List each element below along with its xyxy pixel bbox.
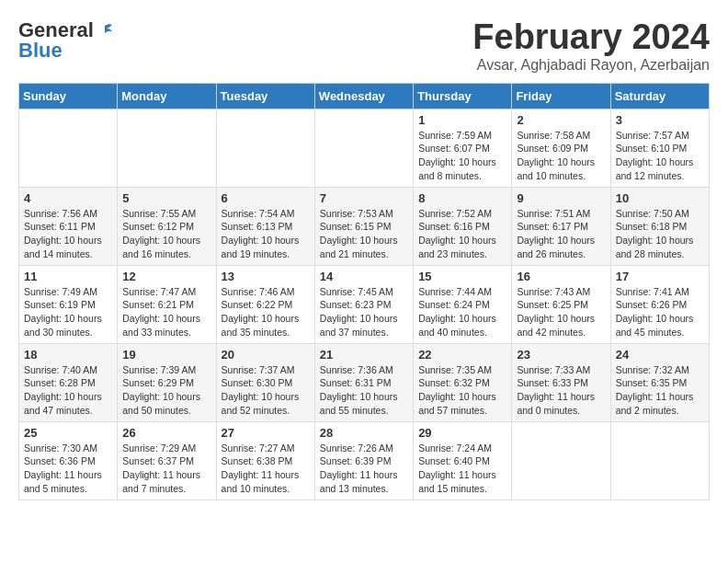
calendar-cell (19, 109, 118, 187)
calendar-cell: 24Sunrise: 7:32 AM Sunset: 6:35 PM Dayli… (610, 343, 709, 421)
logo-blue: Blue (18, 39, 63, 63)
calendar-cell: 18Sunrise: 7:40 AM Sunset: 6:28 PM Dayli… (19, 343, 118, 421)
column-header-friday: Friday (512, 83, 610, 109)
calendar-cell: 6Sunrise: 7:54 AM Sunset: 6:13 PM Daylig… (216, 187, 314, 265)
calendar-cell (512, 421, 610, 500)
day-info: Sunrise: 7:39 AM Sunset: 6:29 PM Dayligh… (122, 363, 210, 418)
day-info: Sunrise: 7:49 AM Sunset: 6:19 PM Dayligh… (24, 285, 112, 339)
calendar-cell: 28Sunrise: 7:26 AM Sunset: 6:39 PM Dayli… (314, 421, 413, 500)
day-number: 4 (24, 191, 112, 205)
calendar-cell (118, 109, 216, 187)
day-number: 7 (320, 191, 408, 205)
day-number: 9 (517, 191, 605, 205)
column-header-thursday: Thursday (414, 83, 512, 109)
day-info: Sunrise: 7:47 AM Sunset: 6:21 PM Dayligh… (122, 285, 210, 339)
day-info: Sunrise: 7:36 AM Sunset: 6:31 PM Dayligh… (320, 363, 408, 418)
calendar-subtitle: Avsar, Aghjabadi Rayon, Azerbaijan (472, 57, 710, 74)
day-number: 18 (24, 348, 112, 362)
calendar-cell: 2Sunrise: 7:58 AM Sunset: 6:09 PM Daylig… (512, 109, 610, 187)
day-info: Sunrise: 7:33 AM Sunset: 6:33 PM Dayligh… (517, 363, 605, 418)
day-number: 15 (418, 270, 506, 283)
calendar-cell: 19Sunrise: 7:39 AM Sunset: 6:29 PM Dayli… (118, 343, 216, 421)
calendar-week-3: 11Sunrise: 7:49 AM Sunset: 6:19 PM Dayli… (19, 265, 710, 343)
calendar-cell (314, 109, 413, 187)
calendar-body: 1Sunrise: 7:59 AM Sunset: 6:07 PM Daylig… (19, 109, 710, 500)
day-number: 26 (122, 426, 210, 440)
calendar-week-1: 1Sunrise: 7:59 AM Sunset: 6:07 PM Daylig… (19, 109, 710, 187)
calendar-cell: 12Sunrise: 7:47 AM Sunset: 6:21 PM Dayli… (118, 265, 216, 343)
day-number: 28 (320, 426, 408, 440)
calendar-cell: 13Sunrise: 7:46 AM Sunset: 6:22 PM Dayli… (216, 265, 314, 343)
calendar-table: SundayMondayTuesdayWednesdayThursdayFrid… (18, 83, 710, 500)
day-info: Sunrise: 7:50 AM Sunset: 6:18 PM Dayligh… (616, 207, 704, 261)
day-number: 25 (24, 426, 112, 440)
calendar-cell: 20Sunrise: 7:37 AM Sunset: 6:30 PM Dayli… (216, 343, 314, 421)
day-info: Sunrise: 7:24 AM Sunset: 6:40 PM Dayligh… (418, 442, 506, 496)
calendar-cell: 5Sunrise: 7:55 AM Sunset: 6:12 PM Daylig… (118, 187, 216, 265)
day-info: Sunrise: 7:44 AM Sunset: 6:24 PM Dayligh… (418, 285, 506, 339)
day-info: Sunrise: 7:26 AM Sunset: 6:39 PM Dayligh… (320, 442, 408, 496)
day-info: Sunrise: 7:54 AM Sunset: 6:13 PM Dayligh… (222, 207, 310, 261)
day-info: Sunrise: 7:55 AM Sunset: 6:12 PM Dayligh… (122, 207, 210, 261)
calendar-cell (610, 421, 709, 500)
day-number: 2 (517, 113, 605, 127)
calendar-cell (216, 109, 314, 187)
day-info: Sunrise: 7:52 AM Sunset: 6:16 PM Dayligh… (418, 207, 506, 261)
day-number: 24 (616, 348, 704, 362)
day-number: 29 (418, 426, 506, 440)
calendar-cell: 14Sunrise: 7:45 AM Sunset: 6:23 PM Dayli… (314, 265, 413, 343)
day-info: Sunrise: 7:35 AM Sunset: 6:32 PM Dayligh… (418, 363, 506, 418)
day-info: Sunrise: 7:27 AM Sunset: 6:38 PM Dayligh… (222, 442, 310, 496)
day-number: 6 (222, 191, 310, 205)
calendar-week-5: 25Sunrise: 7:30 AM Sunset: 6:36 PM Dayli… (19, 421, 710, 500)
day-info: Sunrise: 7:45 AM Sunset: 6:23 PM Dayligh… (320, 285, 408, 339)
title-area: February 2024 Avsar, Aghjabadi Rayon, Az… (472, 18, 710, 74)
logo: General Blue (18, 18, 114, 63)
calendar-cell: 3Sunrise: 7:57 AM Sunset: 6:10 PM Daylig… (610, 109, 709, 187)
calendar-cell: 15Sunrise: 7:44 AM Sunset: 6:24 PM Dayli… (414, 265, 512, 343)
day-number: 19 (122, 348, 210, 362)
column-header-wednesday: Wednesday (314, 83, 413, 109)
page-header: General Blue February 2024 Avsar, Aghjab… (18, 18, 710, 74)
day-number: 1 (418, 113, 506, 127)
calendar-cell: 11Sunrise: 7:49 AM Sunset: 6:19 PM Dayli… (19, 265, 118, 343)
column-header-tuesday: Tuesday (216, 83, 314, 109)
calendar-cell: 26Sunrise: 7:29 AM Sunset: 6:37 PM Dayli… (118, 421, 216, 500)
calendar-cell: 25Sunrise: 7:30 AM Sunset: 6:36 PM Dayli… (19, 421, 118, 500)
day-info: Sunrise: 7:29 AM Sunset: 6:37 PM Dayligh… (122, 442, 210, 496)
calendar-cell: 22Sunrise: 7:35 AM Sunset: 6:32 PM Dayli… (414, 343, 512, 421)
day-number: 5 (122, 191, 210, 205)
day-number: 8 (418, 191, 506, 205)
calendar-cell: 7Sunrise: 7:53 AM Sunset: 6:15 PM Daylig… (314, 187, 413, 265)
day-number: 13 (222, 270, 310, 283)
day-info: Sunrise: 7:32 AM Sunset: 6:35 PM Dayligh… (616, 363, 704, 418)
day-number: 12 (122, 270, 210, 283)
calendar-title: February 2024 (472, 18, 710, 57)
day-info: Sunrise: 7:40 AM Sunset: 6:28 PM Dayligh… (24, 363, 112, 418)
logo-bird-icon (96, 21, 114, 40)
day-number: 23 (517, 348, 605, 362)
calendar-cell: 21Sunrise: 7:36 AM Sunset: 6:31 PM Dayli… (314, 343, 413, 421)
calendar-header-row: SundayMondayTuesdayWednesdayThursdayFrid… (19, 83, 710, 109)
calendar-cell: 23Sunrise: 7:33 AM Sunset: 6:33 PM Dayli… (512, 343, 610, 421)
day-number: 21 (320, 348, 408, 362)
day-info: Sunrise: 7:41 AM Sunset: 6:26 PM Dayligh… (616, 285, 704, 339)
day-info: Sunrise: 7:53 AM Sunset: 6:15 PM Dayligh… (320, 207, 408, 261)
calendar-cell: 1Sunrise: 7:59 AM Sunset: 6:07 PM Daylig… (414, 109, 512, 187)
day-info: Sunrise: 7:59 AM Sunset: 6:07 PM Dayligh… (418, 129, 506, 183)
day-info: Sunrise: 7:46 AM Sunset: 6:22 PM Dayligh… (222, 285, 310, 339)
day-number: 10 (616, 191, 704, 205)
day-info: Sunrise: 7:51 AM Sunset: 6:17 PM Dayligh… (517, 207, 605, 261)
day-number: 17 (616, 270, 704, 283)
column-header-saturday: Saturday (610, 83, 709, 109)
calendar-cell: 16Sunrise: 7:43 AM Sunset: 6:25 PM Dayli… (512, 265, 610, 343)
calendar-cell: 10Sunrise: 7:50 AM Sunset: 6:18 PM Dayli… (610, 187, 709, 265)
calendar-cell: 29Sunrise: 7:24 AM Sunset: 6:40 PM Dayli… (414, 421, 512, 500)
day-info: Sunrise: 7:58 AM Sunset: 6:09 PM Dayligh… (517, 129, 605, 183)
day-info: Sunrise: 7:37 AM Sunset: 6:30 PM Dayligh… (222, 363, 310, 418)
day-number: 3 (616, 113, 704, 127)
day-number: 16 (517, 270, 605, 283)
column-header-sunday: Sunday (19, 83, 118, 109)
calendar-cell: 9Sunrise: 7:51 AM Sunset: 6:17 PM Daylig… (512, 187, 610, 265)
day-number: 11 (24, 270, 112, 283)
